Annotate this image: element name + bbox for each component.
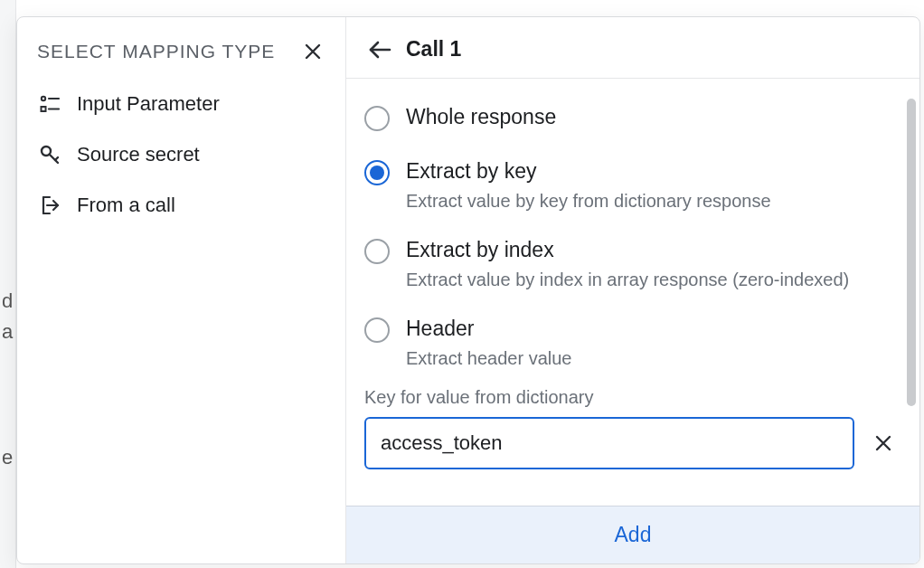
sidebar-item-label: Source secret (77, 143, 200, 166)
mapping-type-sidebar: SELECT MAPPING TYPE Input Parameter (17, 17, 346, 563)
option-desc: Extract header value (406, 346, 898, 371)
option-extract-by-index[interactable]: Extract by index (364, 230, 898, 268)
from-call-icon (37, 193, 62, 218)
background-left-strip: d a e (0, 0, 16, 568)
sidebar-item-input-parameter[interactable]: Input Parameter (17, 79, 345, 129)
key-input[interactable] (364, 417, 854, 469)
option-label: Extract by key (406, 158, 536, 185)
option-whole-response[interactable]: Whole response (364, 97, 898, 135)
key-input-row (364, 417, 898, 469)
option-label: Whole response (406, 104, 556, 131)
option-desc: Extract value by index in array response… (406, 268, 898, 292)
sidebar-item-source-secret[interactable]: Source secret (17, 129, 345, 180)
detail-panel: Call 1 Whole response Extract by key Ext… (346, 17, 919, 563)
radio-extract-by-index[interactable] (364, 239, 390, 264)
detail-header: Call 1 (346, 17, 919, 79)
back-arrow-icon[interactable] (368, 38, 391, 62)
clear-input-icon[interactable] (869, 429, 898, 458)
option-label: Header (406, 316, 474, 343)
svg-point-0 (42, 97, 45, 100)
sidebar-item-from-a-call[interactable]: From a call (17, 180, 345, 231)
close-icon[interactable] (300, 39, 325, 64)
key-icon (37, 142, 62, 167)
input-parameter-icon (37, 91, 62, 117)
footer-bar: Add (346, 506, 919, 563)
add-button-label: Add (615, 523, 652, 547)
bg-char-d: d (2, 289, 13, 313)
mapping-type-modal: SELECT MAPPING TYPE Input Parameter (16, 16, 920, 564)
option-label: Extract by index (406, 237, 554, 264)
add-button[interactable]: Add (346, 506, 919, 563)
detail-body: Whole response Extract by key Extract va… (346, 79, 919, 506)
sidebar-item-label: From a call (77, 194, 175, 217)
sidebar-title: SELECT MAPPING TYPE (37, 41, 275, 62)
sidebar-header: SELECT MAPPING TYPE (17, 21, 345, 79)
key-field-label: Key for value from dictionary (364, 387, 898, 408)
bg-char-a: a (2, 320, 13, 344)
radio-header[interactable] (364, 317, 390, 343)
sidebar-item-label: Input Parameter (77, 92, 220, 116)
svg-rect-2 (42, 107, 46, 111)
option-header[interactable]: Header (364, 308, 898, 346)
radio-extract-by-key[interactable] (364, 160, 390, 185)
radio-whole-response[interactable] (364, 106, 390, 131)
option-desc: Extract value by key from dictionary res… (406, 189, 898, 213)
bg-char-e: e (2, 446, 13, 469)
svg-line-6 (55, 157, 58, 160)
option-extract-by-key[interactable]: Extract by key (364, 151, 898, 189)
detail-title: Call 1 (406, 37, 461, 62)
